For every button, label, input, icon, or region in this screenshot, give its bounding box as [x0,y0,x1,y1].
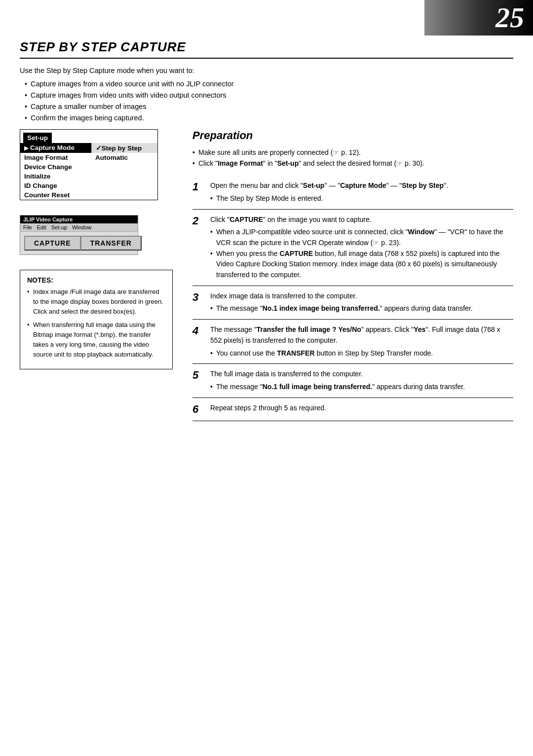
jlip-menu-window[interactable]: Window [72,224,91,230]
step-6-number: 6 [192,403,206,416]
intro-bullets: Capture images from a video source unit … [25,78,513,124]
step-1-content: Open the menu bar and click "Set-up" — "… [210,180,448,204]
intro-bullet-2: Capture images from video units with vid… [25,90,513,101]
setup-row-5-label: Counter Reset [20,190,91,200]
setup-row-1: Image Format Automatic [20,153,157,162]
steps-container: 1 Open the menu bar and click "Set-up" —… [192,176,513,421]
step-3: 3 Index image data is transferred to the… [192,286,513,320]
step-1-main: Open the menu bar and click "Set-up" — "… [210,181,448,189]
left-column: Set-up ▶Capture Mode ✓Step by Step Image… [20,129,183,421]
setup-row-1-value: Automatic [91,153,157,162]
step-2-number: 2 [192,215,206,281]
setup-row-5: Counter Reset [20,190,157,200]
prep-bullet-2: Click "Image Format" in "Set-up" and sel… [192,158,513,169]
page-number: 25 [495,3,524,32]
setup-row-2-value [91,162,157,172]
setup-row-4-label: ID Change [20,181,91,190]
setup-row-3: Initialize [20,172,157,181]
notes-box: NOTES: Index image /Full image data are … [20,270,173,370]
jlip-menu-edit[interactable]: Edit [37,224,46,230]
setup-menu-box: Set-up ▶Capture Mode ✓Step by Step Image… [20,129,158,200]
notes-bullet-1: Index image /Full image data are transfe… [27,287,165,317]
step-1: 1 Open the menu bar and click "Set-up" —… [192,176,513,209]
intro-bullet-4: Confirm the images being captured. [25,112,513,124]
setup-row-1-label: Image Format [20,153,91,162]
setup-row-3-value [91,172,157,181]
setup-row-0-value: ✓Step by Step [91,143,157,153]
step-4-number: 4 [192,324,206,359]
step-4: 4 The message "Transfer the full image ?… [192,320,513,364]
setup-menu-table: ▶Capture Mode ✓Step by Step Image Format… [20,143,157,200]
setup-row-4-value [91,181,157,190]
step-2-sub-2: When you press the CAPTURE button, full … [210,249,513,281]
jlip-menu-setup[interactable]: Set-up [51,224,67,230]
step-2-sub-1: When a JLIP-compatible video source unit… [210,227,513,248]
jlip-window: JLIP Video Capture File Edit Set-up Wind… [20,215,138,255]
preparation-heading: Preparation [192,129,513,142]
intro-lead: Use the Step by Step Capture mode when y… [20,66,513,76]
step-6: 6 Repeat steps 2 through 5 as required. [192,398,513,421]
jlip-menubar: File Edit Set-up Window [20,223,138,232]
step-1-sub-1: The Step by Step Mode is entered. [210,193,448,204]
setup-row-2: Device Change [20,162,157,172]
intro-bullet-3: Capture a smaller number of images [25,101,513,112]
step-5-sub-1: The message "No.1 full image being trans… [210,382,465,393]
step-3-number: 3 [192,291,206,314]
setup-title: Set-up [23,133,52,143]
intro-bullet-1: Capture images from a video source unit … [25,78,513,90]
jlip-menu-file[interactable]: File [23,224,32,230]
step-5-number: 5 [192,369,206,392]
step-1-number: 1 [192,180,206,204]
capture-button[interactable]: CAPTURE [24,236,80,251]
page-number-banner: 25 [424,0,533,36]
prep-bullet-1: Make sure all units are properly connect… [192,147,513,158]
right-column: Preparation Make sure all units are prop… [192,129,513,421]
preparation-bullets: Make sure all units are properly connect… [192,147,513,169]
notes-bullet-2: When transferring full image data using … [27,320,165,360]
step-5-content: The full image data is transferred to th… [210,369,465,392]
step-6-main: Repeat steps 2 through 5 as required. [210,404,326,412]
notes-title: NOTES: [27,276,165,284]
jlip-buttons-row: CAPTURE TRANSFER [20,232,138,254]
step-4-content: The message "Transfer the full image ? Y… [210,324,513,359]
setup-row-0-label: ▶Capture Mode [20,143,91,153]
notes-list: Index image /Full image data are transfe… [27,287,165,360]
setup-row-0: ▶Capture Mode ✓Step by Step [20,143,157,153]
transfer-button[interactable]: TRANSFER [80,236,142,251]
setup-row-4: ID Change [20,181,157,190]
step-6-content: Repeat steps 2 through 5 as required. [210,403,326,416]
step-3-content: Index image data is transferred to the c… [210,291,473,314]
setup-row-3-label: Initialize [20,172,91,181]
jlip-titlebar: JLIP Video Capture [20,216,138,223]
step-2: 2 Click "CAPTURE" on the image you want … [192,210,513,286]
step-5-main: The full image data is transferred to th… [210,370,363,378]
step-4-main: The message "Transfer the full image ? Y… [210,325,500,344]
page-title: STEP BY STEP CAPTURE [20,39,513,59]
step-4-sub-1: You cannot use the TRANSFER button in St… [210,348,513,359]
step-2-content: Click "CAPTURE" on the image you want to… [210,215,513,281]
step-3-main: Index image data is transferred to the c… [210,292,357,300]
step-3-sub-1: The message "No.1 index image being tran… [210,303,473,314]
step-5: 5 The full image data is transferred to … [192,364,513,397]
step-2-main: Click "CAPTURE" on the image you want to… [210,216,372,223]
setup-row-2-label: Device Change [20,162,91,172]
setup-row-5-value [91,190,157,200]
